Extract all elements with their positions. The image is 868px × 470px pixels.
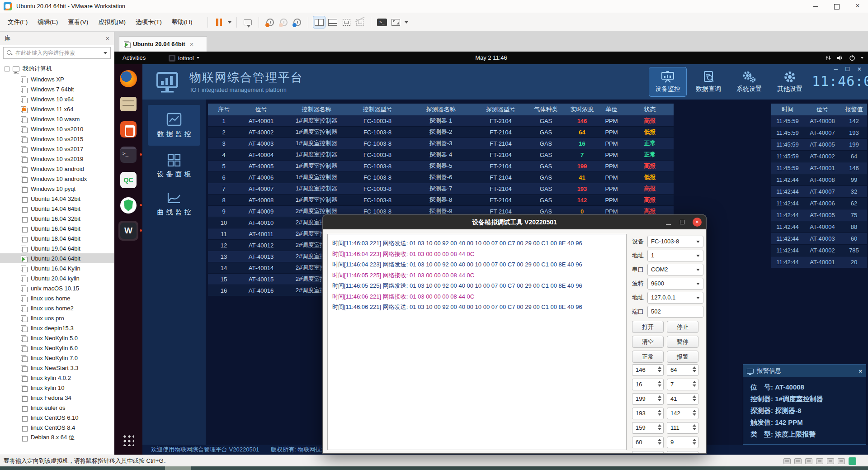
collapse-icon[interactable] (5, 66, 9, 71)
dialog-button[interactable]: 报警 (667, 351, 698, 363)
library-vm-item[interactable]: linux NeoKylin 7.0 (0, 353, 114, 363)
dialog-titlebar[interactable]: 设备模拟调试工具 V20220501 × (323, 215, 706, 229)
spinner-arrows-icon[interactable] (693, 381, 696, 387)
nav-data-monitor[interactable]: 数据监控 (148, 105, 200, 146)
chevron-down-icon[interactable] (228, 21, 231, 24)
take-snapshot-button[interactable] (264, 16, 276, 28)
revert-snapshot-button[interactable] (278, 16, 289, 28)
library-vm-item[interactable]: Windows 10 vs2010 (0, 124, 114, 134)
dialog-button[interactable]: 清空 (632, 336, 664, 348)
alarm-row[interactable]: 11:42:44 AT-40003 60 (771, 233, 867, 245)
spinbox[interactable]: 64 (667, 364, 698, 376)
library-vm-item[interactable]: Windows 10 android (0, 164, 114, 174)
spinner-arrows-icon[interactable] (658, 395, 661, 401)
library-vm-item[interactable]: Windows 10 androidx (0, 174, 114, 184)
alarm-row[interactable]: 11:42:44 AT-40006 62 (771, 198, 867, 209)
dialog-button[interactable]: 停止 (667, 321, 698, 333)
usb-icon[interactable] (816, 458, 823, 464)
dialog-minimize-button[interactable] (666, 224, 671, 225)
alarm-row[interactable]: 11:45:59 AT-40008 142 (771, 115, 867, 127)
spinner-arrows-icon[interactable] (658, 381, 661, 387)
field-input[interactable]: COM2 (647, 264, 703, 275)
library-vm-item[interactable]: linux euler os (0, 403, 114, 413)
console-view-button[interactable]: >_ (376, 16, 388, 28)
spinner-arrows-icon[interactable] (658, 453, 661, 454)
dock-qc-app[interactable]: QC (118, 170, 138, 190)
chevron-down-icon[interactable] (104, 52, 107, 54)
chevron-down-icon[interactable] (405, 21, 408, 24)
sound-icon[interactable] (827, 458, 834, 464)
minimize-button[interactable] (806, 0, 826, 13)
library-vm-item[interactable]: Ubuntu 20.04 kylin (0, 273, 114, 283)
library-vm-item[interactable]: Ubuntu 18.04 64bit (0, 233, 114, 243)
spinbox[interactable]: 193 (632, 408, 664, 419)
dock-files[interactable] (118, 94, 138, 114)
spinbox[interactable]: 199 (632, 393, 664, 405)
header-button-other-settings[interactable]: 其他设置 (771, 67, 808, 96)
library-vm-item[interactable]: Windows 10 vs2019 (0, 154, 114, 164)
library-vm-item[interactable]: linux uos home (0, 293, 114, 303)
table-row[interactable]: 1 AT-40001 1#调度室控制器 FC-1003-8 探测器-1 FT-2… (208, 115, 674, 127)
show-thumbnail-bar-button[interactable] (327, 16, 339, 28)
alarm-row[interactable]: 11:45:59 AT-40002 64 (771, 151, 867, 162)
spinbox[interactable] (667, 451, 698, 454)
library-vm-item[interactable]: Windows 11 x64 (0, 104, 114, 114)
spinner-arrows-icon[interactable] (693, 395, 696, 401)
manage-snapshot-button[interactable] (291, 16, 303, 28)
maximize-button[interactable] (826, 0, 847, 13)
menu-item[interactable]: 查看(V) (63, 13, 93, 32)
library-vm-item[interactable]: Windows 10 wasm (0, 114, 114, 124)
library-vm-item[interactable]: linux NeoKylin 5.0 (0, 333, 114, 343)
spinbox[interactable]: 41 (667, 393, 698, 405)
library-vm-item[interactable]: linux Fedora 34 (0, 393, 114, 403)
spinner-arrows-icon[interactable] (658, 439, 661, 445)
gnome-clock[interactable]: May 2 11:46 (475, 52, 507, 64)
cdrom-icon[interactable] (794, 458, 802, 464)
alarm-row[interactable]: 11:45:59 AT-40007 193 (771, 127, 867, 139)
dock-iottool[interactable]: W (118, 221, 138, 241)
tree-root-my-computer[interactable]: 我的计算机 (0, 63, 114, 74)
library-vm-item[interactable]: Windows 10 x64 (0, 94, 114, 104)
harddisk-icon[interactable] (783, 458, 791, 464)
spinner-arrows-icon[interactable] (693, 453, 696, 454)
table-row[interactable]: 2 AT-40002 1#调度室控制器 FC-1003-8 探测器-2 FT-2… (208, 127, 674, 138)
spinner-arrows-icon[interactable] (658, 424, 661, 430)
field-input[interactable]: 127.0.0.1 (647, 292, 703, 304)
spinbox[interactable]: 159 (632, 422, 664, 434)
close-button[interactable] (847, 0, 868, 13)
dialog-close-button[interactable]: × (693, 218, 702, 227)
library-vm-item[interactable]: Ubuntu 14.04 32bit (0, 194, 114, 204)
spinner-arrows-icon[interactable] (693, 424, 696, 430)
alarm-row[interactable]: 11:42:44 AT-40007 32 (771, 186, 867, 198)
dialog-maximize-button[interactable] (680, 220, 684, 224)
library-vm-item[interactable]: linux CentOS 8.4 (0, 423, 114, 432)
library-vm-item[interactable]: unix macOS 10.15 (0, 283, 114, 293)
library-vm-item[interactable]: Windows 10 vs2015 (0, 134, 114, 144)
library-vm-item[interactable]: Ubuntu 14.04 64bit (0, 204, 114, 214)
table-row[interactable]: 4 AT-40004 1#调度室控制器 FC-1003-8 探测器-4 FT-2… (208, 149, 674, 161)
alarm-row[interactable]: 11:42:44 AT-40002 785 (771, 245, 867, 256)
menu-item[interactable]: 虚拟机(M) (93, 13, 131, 32)
library-vm-item[interactable]: Debian 8.x 64 位 (0, 432, 114, 442)
message-log-icon[interactable] (849, 457, 856, 465)
alarm-row[interactable]: 11:42:44 AT-40005 75 (771, 209, 867, 221)
dialog-button[interactable]: 打开 (632, 321, 664, 333)
library-vm-item[interactable]: linux kylin 4.0.2 (0, 373, 114, 383)
dialog-button[interactable]: 暂停 (667, 336, 698, 348)
library-vm-item[interactable]: linux kylin 10 (0, 383, 114, 393)
network-adapter-icon[interactable] (805, 458, 812, 464)
spinbox[interactable]: 146 (632, 364, 664, 376)
library-vm-item[interactable]: linux uos home2 (0, 303, 114, 313)
search-input[interactable] (15, 50, 102, 56)
alarm-popup-close-icon[interactable]: × (859, 368, 862, 375)
header-button-data-query[interactable]: 数据查询 (690, 67, 727, 96)
alarm-popup-header[interactable]: 报警信息 × (743, 365, 866, 377)
alarm-row[interactable]: 11:42:44 AT-40001 20 (771, 256, 867, 268)
menu-item[interactable]: 编辑(E) (33, 13, 63, 32)
tab-close-icon[interactable]: × (190, 40, 194, 48)
library-vm-item[interactable]: linux CentOS 6.10 (0, 413, 114, 423)
field-input[interactable]: 1 (647, 250, 703, 261)
printer-icon[interactable] (838, 458, 845, 464)
table-row[interactable]: 5 AT-40005 1#调度室控制器 FC-1003-8 探测器-5 FT-2… (208, 161, 674, 172)
alarm-row[interactable]: 11:42:44 AT-40004 88 (771, 221, 867, 233)
